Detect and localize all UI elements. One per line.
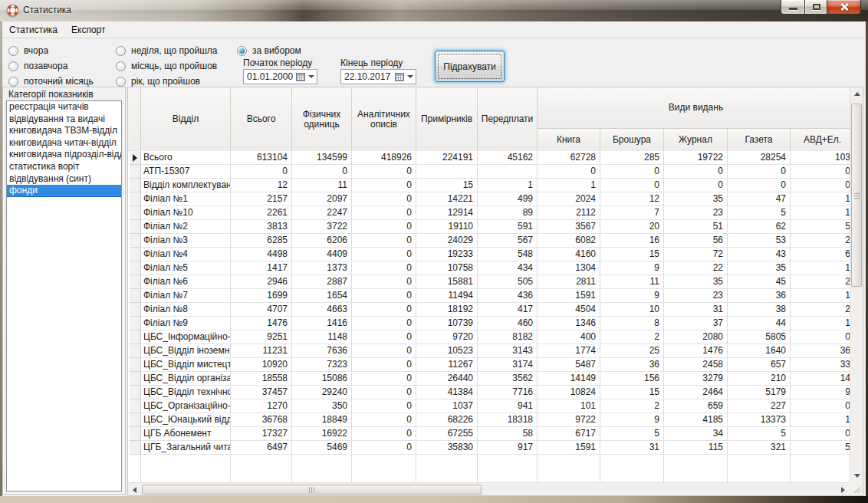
data-cell[interactable]: 8 — [600, 317, 664, 330]
data-cell[interactable]: 1270 — [231, 399, 292, 413]
sidebar-item-0[interactable]: реєстрація читачів — [7, 101, 121, 113]
data-cell[interactable]: 7 — [600, 206, 664, 220]
table-row[interactable]: ЦГБ Абонемент173271692206725558671753450 — [128, 427, 863, 441]
data-cell[interactable]: 5 — [600, 427, 664, 441]
data-cell[interactable]: 1 — [538, 179, 600, 192]
vertical-scrollbar[interactable] — [850, 87, 863, 482]
radio-option-6[interactable]: за вибором — [237, 45, 301, 56]
data-cell[interactable]: 2 — [791, 275, 855, 289]
sidebar-item-1[interactable]: відвідування та видачі — [7, 113, 121, 126]
data-cell[interactable]: 62728 — [538, 151, 600, 165]
data-cell[interactable]: 101 — [538, 399, 600, 413]
data-cell[interactable]: 10920 — [231, 358, 292, 372]
data-cell[interactable]: 917 — [478, 441, 538, 455]
chevron-down-icon[interactable] — [308, 75, 314, 78]
data-cell[interactable]: 45162 — [478, 151, 538, 165]
data-cell[interactable]: 0 — [664, 165, 728, 179]
data-cell[interactable]: 2097 — [292, 192, 352, 206]
data-cell[interactable]: 2 — [791, 303, 855, 317]
data-cell[interactable]: 2261 — [231, 206, 292, 220]
data-cell[interactable]: 9 — [600, 289, 664, 303]
table-row[interactable]: АТП-1530700000000 — [128, 165, 863, 179]
data-cell[interactable]: 2080 — [664, 330, 728, 344]
row-name-cell[interactable]: ЦБС_Відділ технічної — [141, 386, 231, 399]
data-cell[interactable]: 51 — [664, 220, 728, 234]
data-cell[interactable]: 28254 — [728, 151, 791, 165]
chevron-down-icon[interactable] — [407, 75, 413, 78]
sidebar-item-7[interactable]: фонди — [7, 185, 121, 197]
column-header[interactable]: Брошура — [600, 129, 664, 151]
data-cell[interactable]: 4504 — [538, 303, 600, 317]
data-cell[interactable]: 1346 — [538, 317, 600, 330]
radio-option-5[interactable]: рік, що пройшов — [116, 76, 200, 87]
calculate-button[interactable]: Підрахувати — [435, 51, 505, 82]
data-cell[interactable]: 227 — [728, 399, 791, 413]
data-cell[interactable]: 45 — [728, 275, 791, 289]
group-header[interactable]: Види видань — [538, 87, 855, 129]
data-cell[interactable]: 2112 — [538, 206, 600, 220]
data-cell[interactable]: 11 — [292, 179, 352, 192]
data-cell[interactable]: 0 — [352, 330, 416, 344]
maximize-button[interactable] — [804, 0, 827, 15]
data-cell[interactable]: 1774 — [538, 344, 600, 358]
period-start-input[interactable]: 01.01.2000 — [243, 69, 317, 84]
row-name-cell[interactable]: Філіал №4 — [141, 248, 231, 261]
data-cell[interactable]: 3567 — [538, 220, 600, 234]
row-name-cell[interactable]: ЦБС_Відділ мистецтв — [141, 358, 231, 372]
data-cell[interactable]: 14149 — [538, 372, 600, 386]
data-cell[interactable]: 0 — [728, 165, 791, 179]
data-cell[interactable]: 31 — [664, 303, 728, 317]
data-cell[interactable]: 22 — [664, 261, 728, 275]
data-cell[interactable]: 35 — [664, 275, 728, 289]
data-cell[interactable]: 3722 — [292, 220, 352, 234]
column-header[interactable]: Аналітичних описів — [352, 87, 416, 151]
data-cell[interactable]: 36 — [600, 358, 664, 372]
data-cell[interactable]: 12 — [231, 179, 292, 192]
data-cell[interactable]: 10824 — [538, 386, 600, 399]
data-cell[interactable]: 6285 — [231, 234, 292, 248]
data-cell[interactable]: 2458 — [664, 358, 728, 372]
sidebar-item-3[interactable]: книговидача читач-відділ — [7, 137, 121, 150]
column-header[interactable]: Книга — [538, 129, 600, 151]
data-cell[interactable]: 0 — [664, 179, 728, 192]
data-cell[interactable]: 7323 — [292, 358, 352, 372]
radio-option-3[interactable]: неділя, що пройшла — [116, 45, 217, 56]
data-cell[interactable]: 7636 — [292, 344, 352, 358]
data-cell[interactable]: 1640 — [728, 344, 791, 358]
data-cell[interactable]: 14221 — [416, 192, 478, 206]
data-cell[interactable]: 34 — [664, 427, 728, 441]
data-cell[interactable]: 591 — [478, 220, 538, 234]
data-cell[interactable]: 0 — [352, 413, 416, 427]
data-cell[interactable]: 58 — [478, 427, 538, 441]
data-cell[interactable]: 3174 — [478, 358, 538, 372]
data-cell[interactable]: 3562 — [478, 372, 538, 386]
table-row[interactable]: Філіал №84707466301819241745041031382 — [128, 303, 863, 317]
table-row[interactable]: Відділ комплектуванн1211015110000 — [128, 179, 863, 192]
data-cell[interactable]: 56 — [664, 234, 728, 248]
data-cell[interactable]: 115 — [664, 441, 728, 455]
row-name-cell[interactable]: ЦБС_Юнацький відділ — [141, 413, 231, 427]
table-row[interactable]: ЦБС_Юнацький відділ367681884906822618318… — [128, 413, 863, 427]
column-header[interactable]: Газета — [728, 129, 791, 151]
categories-listbox[interactable]: реєстрація читачіввідвідування та видачі… — [6, 100, 122, 491]
data-cell[interactable]: 18558 — [231, 372, 292, 386]
data-cell[interactable]: 2 — [600, 399, 664, 413]
data-cell[interactable]: 37457 — [231, 386, 292, 399]
data-cell[interactable]: 20 — [600, 220, 664, 234]
data-cell[interactable]: 1 — [791, 413, 855, 427]
data-cell[interactable]: 0 — [352, 234, 416, 248]
data-cell[interactable]: 4498 — [231, 248, 292, 261]
row-name-cell[interactable]: ЦБС_Інформаційно-б — [141, 330, 231, 344]
data-cell[interactable]: 400 — [538, 330, 600, 344]
data-cell[interactable]: 15086 — [292, 372, 352, 386]
data-cell[interactable]: 0 — [538, 165, 600, 179]
table-row[interactable]: ЦБС_Відділ технічної37457292400413847716… — [128, 386, 863, 399]
data-cell[interactable]: 2247 — [292, 206, 352, 220]
data-cell[interactable]: 1037 — [416, 399, 478, 413]
close-button[interactable] — [827, 0, 861, 15]
radio-option-2[interactable]: поточний місяць — [8, 76, 94, 87]
data-cell[interactable]: 134599 — [292, 151, 352, 165]
data-cell[interactable]: 4663 — [292, 303, 352, 317]
column-header[interactable]: Відділ — [141, 87, 231, 151]
column-header[interactable]: Передплати — [478, 87, 538, 151]
